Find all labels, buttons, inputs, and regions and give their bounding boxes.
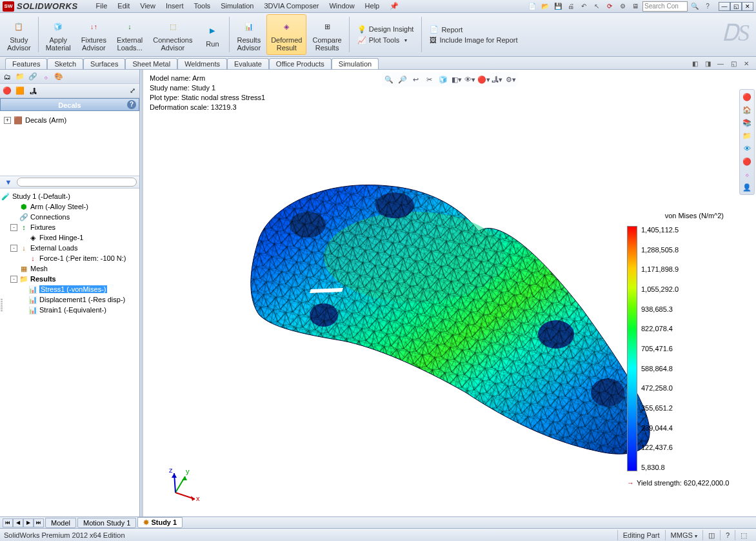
help-icon[interactable]: ? — [702, 1, 713, 12]
screen-icon[interactable]: 🖥 — [630, 1, 641, 12]
run-button[interactable]: ▶Run — [198, 14, 226, 55]
tree-results[interactable]: -📁Results — [1, 274, 138, 284]
status-units[interactable]: MMGS ▾ — [665, 530, 702, 540]
fm-tab-5[interactable]: 🎨 — [53, 71, 65, 83]
tp-custom-icon[interactable]: ⬦ — [741, 168, 753, 180]
menu-view[interactable]: View — [135, 1, 161, 12]
connections-advisor-button[interactable]: ⬚Connections Advisor — [148, 14, 197, 55]
tp-explorer-icon[interactable]: 📁 — [741, 130, 753, 141]
zoom-area-icon[interactable]: 🔎 — [397, 74, 408, 85]
tab-weldments[interactable]: Weldments — [177, 58, 227, 69]
tree-mesh[interactable]: ▦Mesh — [1, 263, 138, 274]
tab-nav-next[interactable]: ▶ — [23, 518, 34, 527]
zoom-fit-icon[interactable]: 🔍 — [383, 74, 395, 85]
status-icon-2[interactable]: ? — [720, 530, 735, 540]
search-input[interactable] — [642, 1, 688, 12]
view-triad[interactable]: x y z — [163, 464, 201, 502]
fm-tab-3[interactable]: 🔗 — [27, 71, 39, 83]
undo-icon[interactable]: ↶ — [578, 1, 590, 12]
menu-pin-icon[interactable]: 📌 — [384, 1, 404, 12]
menu-insert[interactable]: Insert — [161, 1, 189, 12]
print-icon[interactable]: 🖨 — [565, 1, 577, 12]
window-minimize-button[interactable]: — — [719, 2, 730, 11]
scene-icon[interactable]: 🏞▾ — [492, 74, 503, 85]
tree-displacement1[interactable]: 📊Displacement1 (-Res disp-) — [1, 294, 138, 305]
tree-fixed-hinge[interactable]: ◈Fixed Hinge-1 — [1, 232, 138, 243]
doc-restore-icon[interactable]: ◱ — [728, 58, 739, 68]
tp-resources-icon[interactable]: 🔴 — [741, 91, 753, 103]
panel-right-icon[interactable]: ◨ — [702, 58, 713, 68]
select-icon[interactable]: ↖ — [591, 1, 602, 12]
fm-tab-2[interactable]: 📁 — [14, 71, 26, 83]
tab-features[interactable]: Features — [5, 58, 47, 69]
menu-window[interactable]: Window — [324, 1, 359, 12]
filter-input[interactable] — [17, 178, 137, 187]
tp-view-icon[interactable]: 👁 — [741, 143, 753, 154]
tree-fixtures[interactable]: -↕Fixtures — [1, 222, 138, 232]
tree-connections[interactable]: 🔗Connections — [1, 212, 138, 222]
tp-library-icon[interactable]: 📚 — [741, 117, 753, 128]
window-close-button[interactable]: ✕ — [742, 2, 753, 11]
bottom-tab-study[interactable]: ✸ Study 1 — [137, 517, 183, 528]
study-advisor-button[interactable]: 📋Study Advisor — [3, 14, 35, 55]
tp-appearance-icon[interactable]: 🔴 — [741, 156, 753, 167]
options-icon[interactable]: ⚙ — [617, 1, 628, 12]
menu-edit[interactable]: Edit — [112, 1, 135, 12]
deformed-result-button[interactable]: ◈Deformed Result — [266, 14, 306, 55]
tree-arm[interactable]: ⬢Arm (-Alloy Steel-) — [1, 201, 138, 212]
tab-simulation[interactable]: Simulation — [332, 58, 379, 69]
status-icon-1[interactable]: ◫ — [702, 530, 720, 540]
dm-decals-icon[interactable]: 🟧 — [14, 85, 26, 97]
fm-tab-1[interactable]: 🗂 — [1, 71, 13, 83]
window-restore-button[interactable]: ◱ — [730, 2, 742, 11]
status-icon-3[interactable]: ⬚ — [735, 530, 752, 540]
tree-stress1[interactable]: 📊Stress1 (-vonMises-) — [1, 284, 138, 294]
section-view-icon[interactable]: ✂ — [424, 74, 435, 85]
plot-tools-button[interactable]: 📈Plot Tools▾ — [355, 36, 417, 45]
include-image-button[interactable]: 🖼Include Image for Report — [427, 36, 520, 45]
dm-scene-icon[interactable]: 🏞 — [27, 85, 39, 97]
doc-minimize-icon[interactable]: — — [715, 58, 726, 68]
viewport[interactable]: Model name: Arm Study name: Study 1 Plot… — [143, 70, 756, 528]
filter-icon[interactable]: ▼ — [3, 176, 14, 188]
tab-nav-first[interactable]: ⏮ — [3, 518, 13, 527]
open-doc-icon[interactable]: 📂 — [539, 1, 551, 12]
tab-office-products[interactable]: Office Products — [269, 58, 332, 69]
tree-force[interactable]: ↓Force-1 (:Per item: -100 N:) — [1, 253, 138, 263]
menu-tools[interactable]: Tools — [188, 1, 215, 12]
search-icon[interactable]: 🔍 — [689, 1, 701, 12]
tree-external-loads[interactable]: -↓External Loads — [1, 243, 138, 253]
dm-appearances-icon[interactable]: 🔴 — [1, 85, 13, 97]
design-insight-button[interactable]: 💡Design Insight — [355, 25, 417, 34]
view-orient-icon[interactable]: 🧊 — [437, 74, 449, 85]
fm-tab-4[interactable]: ⬦ — [40, 71, 52, 83]
bottom-tab-model[interactable]: Model — [45, 518, 76, 528]
display-style-icon[interactable]: ◧▾ — [451, 74, 463, 85]
decals-help-icon[interactable]: ? — [127, 100, 136, 109]
tab-surfaces[interactable]: Surfaces — [83, 58, 125, 69]
study-root[interactable]: 🧪Study 1 (-Default-) — [1, 191, 138, 201]
tab-evaluate[interactable]: Evaluate — [227, 58, 269, 69]
bottom-tab-motion[interactable]: Motion Study 1 — [77, 518, 136, 528]
rebuild-icon[interactable]: ⟳ — [604, 1, 615, 12]
menu-simulation[interactable]: Simulation — [215, 1, 259, 12]
fea-model[interactable] — [195, 121, 685, 483]
dm-expand-icon[interactable]: ⤢ — [126, 85, 138, 97]
prev-view-icon[interactable]: ↩ — [410, 74, 422, 85]
report-button[interactable]: 📄Report — [427, 25, 520, 34]
appearance-icon[interactable]: 🔴▾ — [478, 74, 490, 85]
external-loads-button[interactable]: ↓External Loads... — [112, 14, 147, 55]
menu-help[interactable]: Help — [360, 1, 385, 12]
doc-close-icon[interactable]: ✕ — [741, 58, 752, 68]
save-icon[interactable]: 💾 — [552, 1, 564, 12]
tp-home-icon[interactable]: 🏠 — [741, 104, 753, 116]
view-settings-icon[interactable]: ⚙▾ — [505, 74, 517, 85]
menu-file[interactable]: File — [91, 1, 113, 12]
results-advisor-button[interactable]: 📊Results Advisor — [232, 14, 265, 55]
decals-root-item[interactable]: + 🟫 Decals (Arm) — [4, 115, 135, 125]
tab-sketch[interactable]: Sketch — [47, 58, 83, 69]
tab-nav-prev[interactable]: ◀ — [13, 518, 23, 527]
compare-results-button[interactable]: ⊞Compare Results — [308, 14, 346, 55]
tab-nav-last[interactable]: ⏭ — [34, 518, 44, 527]
panel-left-icon[interactable]: ◧ — [689, 58, 701, 68]
